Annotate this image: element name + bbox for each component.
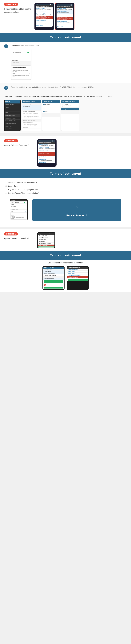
torque-plugins[interactable]: Plugins: [5, 109, 20, 112]
adapter-row-error-1: Adapter Error Count This should say N/A …: [36, 16, 53, 19]
device-list-header: Paired Bluetooth device: [61, 100, 79, 103]
bt-visibility-row: Visibility Visible to nearby devices: [11, 54, 31, 57]
repeat-visibility: Visibility: [10, 204, 27, 206]
q2-error-row: Adapter Error Count This should say N/A …: [38, 152, 56, 156]
q2-conn-ecu-row: Connection to ECU Is the adapter talk OK…: [38, 149, 56, 152]
elm-pref-label: OBD/ELM Adapter preference: [22, 119, 41, 122]
obd-settings-header: OBD2 Adapter Settings: [22, 100, 41, 103]
s3-conn-type[interactable]: Connection type: [43, 270, 64, 272]
torque-inner: TORQUE General Preferences Themes Plugin…: [5, 100, 20, 130]
question2-left: Question 2 Appear "Adapter Error count": [4, 139, 34, 147]
torque-speech[interactable]: Speech Alarms Settings: [5, 122, 20, 125]
device1-mac: [34:B0:B3:04:5E:5B]: [62, 105, 78, 107]
phone-mockup-2: 12:00▐▐▐ ◆ Adapter Status Information Bl…: [55, 3, 74, 30]
device-item-1[interactable]: 小手手(Euto [34:B0:B3:04:5E:5B]: [61, 103, 79, 108]
settlement-item-1: 1. open your bluetooth,unpair the OBDII.: [6, 181, 126, 184]
q2-adapter-title: Adapter Status Information: [38, 142, 56, 144]
bt-visibility-label: Visibility: [12, 54, 21, 56]
obd-auto-bt-row: Automatic Bluetooth On/Off Only if BT wa…: [22, 110, 41, 119]
obd-choose-bt-row[interactable]: Choose Bluetooth Device: [22, 108, 41, 111]
adapter-row-conn-adapter-1: Connection to adapter Connectivity to th…: [36, 10, 53, 13]
adapter-row-error-2: Adapter Error Count This should say N/A …: [56, 17, 73, 20]
torque-manage-pids[interactable]: Manage PIDs/Sensors: [5, 128, 20, 130]
settlement-list: 1. open your bluetooth,unpair the OBDII.…: [6, 181, 126, 195]
status-bar-1: 12:00▐▐▐ ◆: [36, 4, 53, 5]
repeat-pairing-dialog: Paired Bluetooth device Unpair PROFILES …: [10, 213, 26, 219]
repeat-phone-container: Bluetooth Turn on Bluetooth Visibility D…: [10, 199, 30, 220]
settlement2-content: 1. open your bluetooth,unpair the OBDII.…: [0, 178, 131, 227]
adapter-row-ver-2: Adapter Version The firmware version of …: [56, 23, 73, 26]
step2-text: Open the "setting" of your android,and s…: [11, 86, 127, 89]
torque-obd-adapter[interactable]: OBD Adapter Settings: [5, 114, 20, 117]
settlement-item-2: 2. Exit the Torque: [6, 184, 126, 188]
torque-data-logging[interactable]: Data Logging & Upload: [5, 117, 20, 120]
obd-conn-type-row[interactable]: Connection type: [22, 105, 41, 108]
conn-wifi[interactable]: WiFi: [42, 106, 60, 110]
step1-text: Exit the software, and enter it again: [11, 44, 127, 47]
repeat-section: Bluetooth Turn on Bluetooth Visibility D…: [6, 198, 126, 224]
bt-pin-input[interactable]: 1234: [12, 72, 30, 74]
adapter-row-ver-1: Adapter Version The firmware version of …: [36, 22, 53, 25]
conn-bluetooth[interactable]: Bluetooth: [42, 103, 60, 106]
s3-adapter-mpg: Enhanced MPG Calculation: [67, 274, 88, 276]
repeat-bt-toggle-row: Turn on Bluetooth: [10, 202, 27, 204]
obd-auto-bt-label: Automatic Bluetooth On/Off: [23, 111, 40, 113]
torque-dash-install[interactable]: Dash Installation settings: [5, 120, 20, 122]
faster-comm-phone: Adapter Status Information Bluetooth Ena…: [37, 232, 55, 248]
torque-header: TORQUE: [5, 100, 20, 103]
question1-badge: Question 1: [4, 3, 18, 6]
bluetooth-screen: Bluetooth Turn on Bluetooth Visibility V…: [11, 49, 32, 80]
device-item-2[interactable]: OBDII [AA:BB:CC:11:22:33]: [61, 108, 79, 111]
conn-usb[interactable]: USB: [42, 110, 60, 113]
bt-dialog-text2: You may also need to align this PIN on t…: [12, 70, 30, 72]
bt-dialog-text3: Allow OBD2 to access the contacts and ca…: [12, 75, 30, 76]
bt-ok-button[interactable]: OK: [28, 78, 30, 78]
step1-content: Exit the software, and enter it again Bl…: [11, 44, 127, 80]
faster-faster-comm: Faster communication: [38, 244, 54, 246]
question2-text: Appear "Adapter Error count": [4, 144, 34, 147]
obd-settings-screen: OBD2 Adapter Settings Connection setting…: [22, 100, 41, 131]
q2-phone-mockup: 12:00▐▐▐ ◆ Adapter Status Information Bl…: [37, 139, 56, 166]
adapter-row-enabled-1: Bluetooth Enabled The bluetooth radio in…: [36, 8, 53, 10]
s3-choose-bt[interactable]: Choose Bluetooth Device: [43, 272, 64, 274]
bt-pairing-dialog: Bluetooth pairing request PIN contains l…: [12, 66, 31, 80]
status-bar-2: 12:00▐▐▐ ◆: [56, 4, 73, 6]
repeat-device-name: Device name: [10, 206, 27, 207]
conn-cancel-label[interactable]: CANCEL: [55, 114, 59, 116]
bt-device-name-label: Device name: [12, 58, 18, 58]
torque-themes[interactable]: Themes: [5, 106, 20, 109]
bt-received-files-label: Received files: [12, 60, 18, 61]
settlement-item-3: 3. Plug out the elm327 and plug in it ag…: [6, 188, 126, 192]
conn-cancel-bar: CANCEL: [42, 114, 60, 117]
torque-units[interactable]: Units: [5, 112, 20, 114]
torque-manage-alarms[interactable]: Manage Alarms: [5, 125, 20, 128]
intro-text: If you meet the problem like the picture…: [4, 8, 32, 14]
s3-faster-comm[interactable]: Faster communication: [43, 278, 64, 280]
bt-toggle-switch[interactable]: [28, 52, 30, 53]
step3-images: TORQUE General Preferences Themes Plugin…: [4, 100, 127, 131]
s3-green-bar: [44, 280, 63, 283]
bt-paired-header: PAIRED DEVICES: [11, 62, 31, 63]
step1-images: Bluetooth Turn on Bluetooth Visibility V…: [11, 49, 127, 80]
device-cancel-label[interactable]: CANCEL: [74, 112, 78, 113]
intro-section: Question 1 If you meet the problem like …: [0, 0, 131, 33]
faster-mpg: Enhanced MPG Calculation: [38, 243, 54, 244]
obd-conn-type-label: Connection type: [23, 106, 40, 107]
faster-mfr: Adapter Manufacturer: [38, 237, 54, 239]
torque-general-prefs[interactable]: General Preferences: [5, 104, 20, 106]
conn-settings-label: Connection settings: [22, 103, 41, 105]
intro-right: 12:00▐▐▐ ◆ Adapter Status Information Bl…: [34, 3, 127, 30]
adapter-row-conn-ecu-2: Connection to ECU Is the adapter talk OK…: [56, 14, 73, 17]
phone-screen-2: 12:00▐▐▐ ◆ Adapter Status Information Bl…: [56, 4, 73, 28]
adapter-row-mfr-2: Adapter Manufacturer The firmware maker …: [56, 20, 73, 23]
bt-cancel-button[interactable]: CANCEL: [23, 78, 27, 78]
s3-adapter-faster: Faster communication: [67, 276, 88, 278]
repeat-toggle[interactable]: [24, 202, 26, 203]
obd-auto-bt-sub: Only if BT was already off - This turns …: [23, 113, 40, 119]
gap2: [0, 227, 131, 230]
question3-section: Question 3 Appear "Faster Communication"…: [0, 230, 131, 251]
adapter-title-2: Adapter Status Information: [56, 6, 73, 8]
bt-device-name-row: Device name: [11, 57, 31, 59]
question3-text: Appear "Faster Communication": [4, 237, 34, 240]
repeat-solution-label: Repeat Solution 1: [66, 214, 87, 217]
